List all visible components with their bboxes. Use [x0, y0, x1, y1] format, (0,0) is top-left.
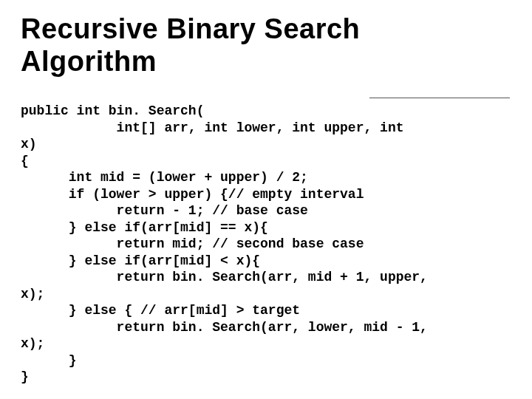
code-line: } [21, 369, 29, 384]
code-line: } [21, 353, 77, 368]
code-line: int mid = (lower + upper) / 2; [21, 170, 308, 185]
code-line: x); [21, 287, 44, 301]
code-line: } else if(arr[mid] == x){ [21, 220, 268, 235]
title-line-2: Algorithm [21, 46, 157, 77]
code-line: public int bin. Search( [21, 103, 204, 118]
code-line: return bin. Search(arr, mid + 1, upper, [21, 270, 428, 284]
code-line: return - 1; // base case [21, 203, 308, 218]
code-line: } else { // arr[mid] > target [21, 303, 300, 318]
code-line: } else if(arr[mid] < x){ [21, 253, 260, 268]
slide: Recursive Binary Search Algorithm public… [0, 0, 532, 399]
code-line: return bin. Search(arr, lower, mid - 1, [21, 320, 428, 335]
code-line: { [21, 154, 29, 168]
title-line-1: Recursive Binary Search [21, 13, 360, 44]
code-block: public int bin. Search( int[] arr, int l… [21, 103, 511, 386]
title-rule [369, 98, 510, 98]
slide-title: Recursive Binary Search Algorithm [21, 13, 511, 78]
code-line: int[] arr, int lower, int upper, int [21, 120, 403, 135]
code-line: return mid; // second base case [21, 236, 364, 251]
code-line: x); [21, 336, 44, 351]
code-line: if (lower > upper) {// empty interval [21, 187, 364, 202]
code-line: x) [21, 137, 37, 151]
